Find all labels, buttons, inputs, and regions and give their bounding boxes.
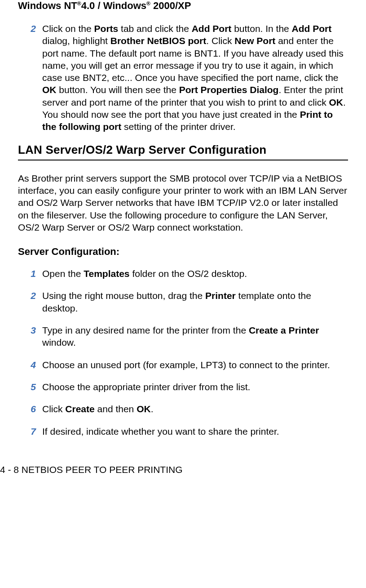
text: Using the right mouse button, drag the xyxy=(42,290,205,301)
lan-server-heading: LAN Server/OS/2 Warp Server Configuratio… xyxy=(18,143,348,157)
step-item: 2 Using the right mouse button, drag the… xyxy=(18,290,348,314)
registered-mark: ® xyxy=(77,0,81,7)
bold-text: Templates xyxy=(84,268,129,279)
server-config-heading: Server Configuration: xyxy=(18,246,348,258)
heading-text: 2000/XP xyxy=(150,0,191,11)
step-item: 4 Choose an unused port (for example, LP… xyxy=(18,359,348,371)
text: . Click xyxy=(206,36,234,46)
step-item: 3 Type in any desired name for the print… xyxy=(18,324,348,349)
step-body: If desired, indicate whether you want to… xyxy=(42,425,348,437)
step-item: 7 If desired, indicate whether you want … xyxy=(18,425,348,437)
step-number: 7 xyxy=(18,425,42,437)
text: folder on the OS/2 desktop. xyxy=(130,268,247,279)
bold-text: OK xyxy=(137,404,151,414)
bold-text: Printer xyxy=(205,290,236,301)
step-number: 1 xyxy=(18,267,42,280)
step-body: Choose an unused port (for example, LPT3… xyxy=(42,359,348,371)
text: If desired, indicate whether you want to… xyxy=(42,426,279,437)
step-body: Using the right mouse button, drag the P… xyxy=(42,290,348,314)
lan-paragraph: As Brother print servers support the SMB… xyxy=(18,172,348,233)
text: Type in any desired name for the printer… xyxy=(42,325,249,335)
step-body: Open the Templates folder on the OS/2 de… xyxy=(42,267,348,280)
text: Choose an unused port (for example, LPT3… xyxy=(42,360,330,370)
bold-text: Create a Printer xyxy=(249,325,319,335)
text: Click xyxy=(42,404,65,414)
text: and then xyxy=(95,404,137,414)
step-number: 5 xyxy=(18,381,42,393)
page-footer: 4 - 8 NETBIOS PEER TO PEER PRINTING xyxy=(0,464,348,475)
text: Open the xyxy=(42,268,84,279)
text: button. You will then see the xyxy=(57,85,179,95)
step-number: 2 xyxy=(18,290,42,314)
text: Click on the xyxy=(42,23,94,34)
step-body: Type in any desired name for the printer… xyxy=(42,324,348,349)
document-page: Windows NT®4.0 / Windows® 2000/XP 2 Clic… xyxy=(0,0,366,484)
text: Choose the appropriate printer driver fr… xyxy=(42,382,250,392)
text: . xyxy=(151,404,154,414)
heading-rule xyxy=(18,160,348,160)
heading-text: 4.0 / Windows xyxy=(81,0,146,11)
bold-text: New Port xyxy=(234,36,275,46)
step-number: 6 xyxy=(18,403,42,415)
step-number: 3 xyxy=(18,324,42,349)
text: window. xyxy=(42,337,76,347)
step-body: Click on the Ports tab and click the Add… xyxy=(42,22,348,133)
text: button. In the xyxy=(231,23,291,34)
bold-text: Create xyxy=(65,404,94,414)
text: tab and click the xyxy=(118,23,191,34)
registered-mark: ® xyxy=(146,0,150,7)
step-body: Choose the appropriate printer driver fr… xyxy=(42,381,348,393)
text: setting of the printer driver. xyxy=(121,121,235,132)
windows-heading: Windows NT®4.0 / Windows® 2000/XP xyxy=(18,0,348,12)
bold-text: Brother NetBIOS port xyxy=(110,36,207,46)
bold-text: OK xyxy=(42,85,57,95)
bold-text: Add Port xyxy=(192,23,232,34)
text: dialog, highlight xyxy=(42,36,110,46)
step-item: 6 Click Create and then OK. xyxy=(18,403,348,415)
step-item: 2 Click on the Ports tab and click the A… xyxy=(18,22,348,133)
heading-text: Windows NT xyxy=(18,0,77,11)
bold-text: Port Properties Dialog xyxy=(179,85,279,95)
bold-text: Ports xyxy=(94,23,119,34)
step-number: 2 xyxy=(18,22,42,133)
bold-text: Add Port xyxy=(292,23,332,34)
step-number: 4 xyxy=(18,359,42,371)
step-item: 1 Open the Templates folder on the OS/2 … xyxy=(18,267,348,280)
bold-text: OK xyxy=(329,97,344,107)
step-item: 5 Choose the appropriate printer driver … xyxy=(18,381,348,393)
step-body: Click Create and then OK. xyxy=(42,403,348,415)
